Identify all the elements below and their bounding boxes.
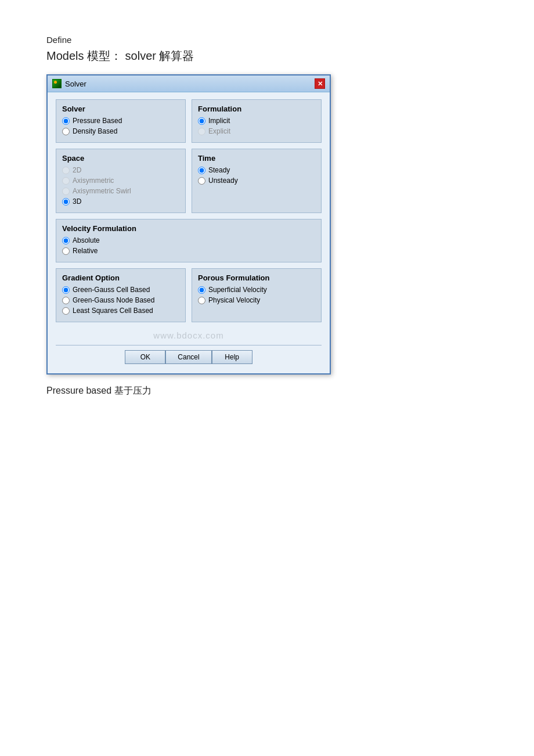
axisymmetric-swirl-radio — [62, 188, 70, 195]
absolute-radio[interactable] — [62, 237, 70, 244]
dialog-title: Solver — [65, 80, 86, 88]
pressure-based-row[interactable]: Pressure Based — [62, 117, 179, 125]
axisymmetric-swirl-label: Axisymmetric Swirl — [73, 187, 131, 195]
explicit-label: Explicit — [208, 127, 230, 135]
superficial-label: Superficial Velocity — [208, 286, 267, 294]
axisymmetric-radio — [62, 177, 70, 185]
least-squares-label: Least Squares Cell Based — [73, 307, 153, 315]
steady-radio[interactable] — [198, 167, 205, 174]
gradient-panel: Gradient Option Green-Gauss Cell Based G… — [56, 268, 186, 322]
watermark: www.bdocx.com — [56, 328, 322, 345]
help-button[interactable]: Help — [212, 350, 252, 364]
solver-panel: Solver Pressure Based Density Based — [56, 99, 186, 143]
green-gauss-cell-radio[interactable] — [62, 286, 70, 294]
density-based-label: Density Based — [73, 127, 117, 135]
time-panel-label: Time — [198, 154, 315, 163]
explicit-radio — [198, 128, 205, 135]
unsteady-row[interactable]: Unsteady — [198, 177, 315, 185]
cancel-button[interactable]: Cancel — [165, 350, 211, 364]
axisymmetric-label: Axisymmetric — [73, 177, 114, 185]
2d-label: 2D — [73, 166, 81, 174]
unsteady-radio[interactable] — [198, 177, 205, 185]
space-panel-label: Space — [62, 154, 179, 163]
axisymmetric-row: Axisymmetric — [62, 177, 179, 185]
green-gauss-cell-label: Green-Gauss Cell Based — [73, 286, 150, 294]
page-header: Define — [46, 35, 488, 45]
pressure-based-radio[interactable] — [62, 117, 70, 125]
ok-button[interactable]: OK — [125, 350, 165, 364]
3d-row[interactable]: 3D — [62, 197, 179, 206]
absolute-row[interactable]: Absolute — [62, 236, 315, 244]
steady-label: Steady — [208, 166, 230, 174]
unsteady-label: Unsteady — [208, 177, 238, 185]
footer-note: Pressure based 基于压力 — [46, 385, 488, 397]
porous-panel-label: Porous Formulation — [198, 273, 315, 282]
formulation-panel: Formulation Implicit Explicit — [192, 99, 322, 143]
steady-row[interactable]: Steady — [198, 166, 315, 174]
least-squares-radio[interactable] — [62, 307, 70, 315]
green-gauss-node-radio[interactable] — [62, 297, 70, 304]
density-based-row[interactable]: Density Based — [62, 127, 179, 135]
physical-row[interactable]: Physical Velocity — [198, 296, 315, 304]
time-panel: Time Steady Unsteady — [192, 149, 322, 213]
velocity-panel-label: Velocity Formulation — [62, 224, 315, 233]
pressure-based-label: Pressure Based — [73, 117, 122, 125]
page-subtitle: Models 模型： solver 解算器 — [46, 48, 488, 64]
relative-radio[interactable] — [62, 247, 70, 255]
green-gauss-node-row[interactable]: Green-Gauss Node Based — [62, 296, 179, 304]
superficial-row[interactable]: Superficial Velocity — [198, 286, 315, 294]
green-gauss-node-label: Green-Gauss Node Based — [73, 296, 154, 304]
solver-dialog: Solver ✕ Solver Pressure Based Density B… — [46, 74, 331, 375]
velocity-panel: Velocity Formulation Absolute Relative — [56, 219, 322, 262]
implicit-row[interactable]: Implicit — [198, 117, 315, 125]
superficial-radio[interactable] — [198, 286, 205, 294]
gradient-panel-label: Gradient Option — [62, 273, 179, 282]
formulation-panel-label: Formulation — [198, 105, 315, 113]
density-based-radio[interactable] — [62, 128, 70, 135]
close-button[interactable]: ✕ — [315, 78, 325, 89]
relative-row[interactable]: Relative — [62, 247, 315, 255]
space-panel: Space 2D Axisymmetric Axisymmetric Swirl… — [56, 149, 186, 213]
green-gauss-cell-row[interactable]: Green-Gauss Cell Based — [62, 286, 179, 294]
dialog-icon — [52, 79, 62, 88]
absolute-label: Absolute — [73, 236, 100, 244]
dialog-titlebar: Solver ✕ — [48, 75, 330, 92]
3d-label: 3D — [73, 197, 81, 206]
axisymmetric-swirl-row: Axisymmetric Swirl — [62, 187, 179, 195]
solver-panel-label: Solver — [62, 105, 179, 113]
relative-label: Relative — [73, 247, 98, 255]
implicit-radio[interactable] — [198, 117, 205, 125]
implicit-label: Implicit — [208, 117, 230, 125]
physical-label: Physical Velocity — [208, 296, 260, 304]
porous-panel: Porous Formulation Superficial Velocity … — [192, 268, 322, 322]
explicit-row: Explicit — [198, 127, 315, 135]
2d-radio — [62, 167, 70, 174]
3d-radio[interactable] — [62, 198, 70, 206]
2d-row: 2D — [62, 166, 179, 174]
physical-radio[interactable] — [198, 297, 205, 304]
least-squares-row[interactable]: Least Squares Cell Based — [62, 307, 179, 315]
